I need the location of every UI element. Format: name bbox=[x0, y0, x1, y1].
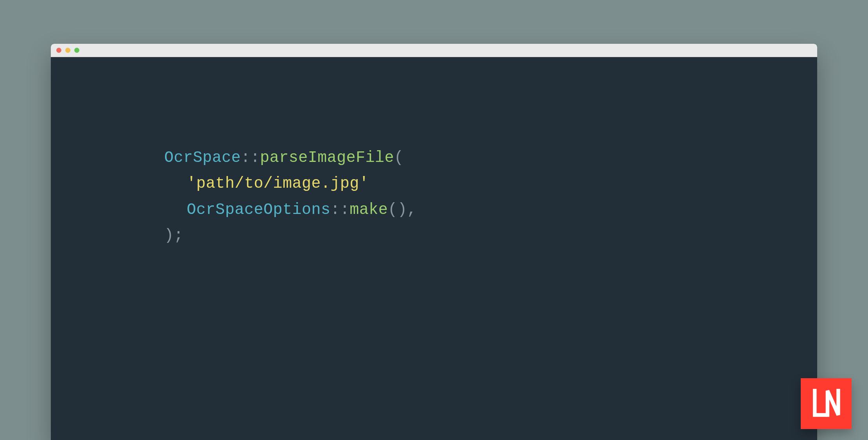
token-punc: ( bbox=[394, 149, 404, 167]
token-method: parseImageFile bbox=[260, 149, 394, 167]
code-block: OcrSpace::parseImageFile( 'path/to/image… bbox=[164, 145, 817, 249]
code-window: OcrSpace::parseImageFile( 'path/to/image… bbox=[51, 44, 817, 440]
code-line-4: ); bbox=[164, 223, 817, 249]
token-class: OcrSpace bbox=[164, 149, 241, 167]
code-editor: OcrSpace::parseImageFile( 'path/to/image… bbox=[51, 57, 817, 440]
code-line-1: OcrSpace::parseImageFile( bbox=[164, 145, 817, 171]
token-scope: :: bbox=[330, 201, 350, 219]
ln-logo-icon bbox=[809, 386, 843, 422]
token-scope: :: bbox=[241, 149, 260, 167]
maximize-icon[interactable] bbox=[74, 48, 79, 53]
window-titlebar bbox=[51, 44, 817, 57]
code-line-2: 'path/to/image.jpg' bbox=[164, 171, 817, 197]
token-string: 'path/to/image.jpg' bbox=[187, 175, 369, 192]
brand-logo bbox=[801, 378, 852, 429]
token-punc: (), bbox=[388, 201, 417, 219]
code-line-3: OcrSpaceOptions::make(), bbox=[164, 197, 817, 223]
token-method: make bbox=[350, 201, 388, 219]
page-stage: OcrSpace::parseImageFile( 'path/to/image… bbox=[0, 0, 868, 440]
close-icon[interactable] bbox=[56, 48, 61, 53]
minimize-icon[interactable] bbox=[65, 48, 70, 53]
token-punc: ); bbox=[164, 227, 183, 244]
token-class: OcrSpaceOptions bbox=[187, 201, 331, 219]
